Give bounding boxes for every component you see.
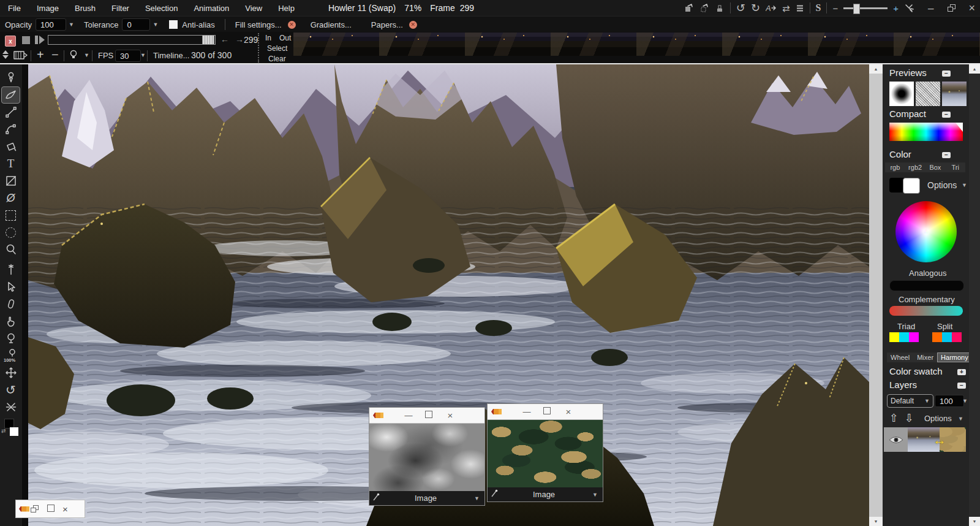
texture-window-close[interactable]: × — [441, 410, 459, 421]
triad-swatch-1[interactable] — [889, 332, 899, 342]
picker-icon[interactable] — [491, 489, 498, 500]
texture-source-select[interactable]: Image — [380, 494, 472, 503]
scroll-down-icon[interactable]: ▼ — [869, 517, 883, 526]
scroll-up-icon[interactable]: ▲ — [869, 64, 883, 74]
menu-selection[interactable]: Selection — [137, 4, 186, 13]
tolerance-dropdown-icon[interactable]: ▼ — [153, 21, 158, 28]
minimize-button[interactable]: – — [928, 3, 933, 13]
opacity-value[interactable]: 100 — [36, 18, 66, 31]
rect-select-tool-icon[interactable] — [2, 207, 20, 223]
tab-rgb[interactable]: rgb — [885, 162, 905, 172]
stop-button[interactable] — [22, 36, 30, 44]
remove-frame-button[interactable]: − — [51, 48, 59, 62]
tab-tri[interactable]: Tri — [945, 162, 965, 172]
color-options-dropdown-icon[interactable]: ▼ — [962, 182, 967, 188]
layer-swap-arrow-icon[interactable]: ↔ — [933, 432, 946, 448]
fill-tool-icon[interactable] — [2, 139, 20, 154]
zoom-100-tool-icon[interactable]: 100% — [2, 348, 20, 364]
texture-preview-clouds[interactable] — [369, 424, 484, 491]
menu-animation[interactable]: Animation — [186, 4, 237, 13]
add-frame-button[interactable]: + — [37, 48, 44, 62]
grab-frame-icon[interactable] — [684, 3, 694, 13]
close-button[interactable]: × — [968, 2, 975, 13]
list-icon[interactable] — [796, 4, 804, 12]
in-button[interactable]: In — [265, 34, 271, 42]
triad-swatch-3[interactable] — [909, 332, 919, 342]
menu-filter[interactable]: Filter — [104, 4, 137, 13]
clear-button[interactable]: Clear — [268, 55, 286, 63]
light-dropdown-icon[interactable]: ▼ — [84, 52, 89, 58]
zoom-slider-thumb[interactable] — [853, 4, 860, 14]
zoom-out-icon[interactable]: − — [832, 4, 838, 13]
split-swatch-1[interactable] — [932, 332, 942, 342]
minimized-restore-button[interactable] — [31, 505, 39, 513]
fill-settings-badge-icon[interactable]: ✕ — [288, 21, 296, 29]
texture-window-minimize[interactable]: — — [399, 411, 418, 420]
texture-preview-camo[interactable] — [488, 420, 603, 487]
swap-colors-icon[interactable]: ⇄ — [1, 428, 6, 434]
camo-window-maximize[interactable] — [543, 407, 551, 416]
fps-value[interactable]: 30 — [115, 50, 141, 62]
menu-file[interactable]: File — [0, 4, 29, 13]
tab-mixer[interactable]: Mixer — [913, 353, 937, 362]
panel-vscrollbar[interactable]: ▲ ▼ — [969, 64, 980, 526]
layers-collapse-button[interactable]: − — [957, 383, 966, 389]
picker-tool-icon[interactable] — [2, 69, 20, 85]
finger-tool-icon[interactable] — [2, 313, 20, 329]
texture-window-maximize[interactable] — [425, 411, 432, 420]
null-ellipse-tool-icon[interactable]: Ø — [2, 190, 20, 206]
opacity-dropdown-icon[interactable]: ▼ — [69, 21, 74, 28]
analogous-strip[interactable] — [889, 280, 964, 291]
minimized-window[interactable]: × — [15, 500, 85, 518]
menu-image[interactable]: Image — [29, 4, 67, 13]
layer-down-button[interactable]: ⇩ — [905, 411, 914, 425]
current-background-swatch[interactable] — [903, 178, 920, 194]
text-animation-icon[interactable]: A — [766, 4, 777, 12]
antialias-checkbox[interactable] — [169, 20, 178, 29]
texture-window[interactable]: — × Image ▼ — [369, 407, 485, 506]
camo-source-select[interactable]: Image — [498, 490, 590, 499]
compact-collapse-button[interactable]: − — [942, 112, 951, 118]
papers-badge-icon[interactable]: ✕ — [409, 21, 417, 29]
menu-help[interactable]: Help — [270, 4, 303, 13]
color-wheel[interactable] — [895, 201, 957, 262]
menu-brush[interactable]: Brush — [67, 4, 104, 13]
camo-window-close[interactable]: × — [559, 406, 578, 417]
text-tool-icon[interactable]: T — [2, 156, 20, 172]
compact-picker-marker[interactable] — [956, 123, 963, 132]
minimized-maximize-button[interactable] — [47, 505, 55, 514]
zoom-tool-icon[interactable] — [2, 330, 20, 346]
brush-tool-icon[interactable] — [1, 86, 20, 104]
canvas-vscrollbar[interactable]: ▲ ▼ — [869, 64, 883, 526]
expand-collapse-icon[interactable] — [2, 50, 9, 59]
out-button[interactable]: Out — [279, 34, 291, 42]
pointer-tool-icon[interactable] — [2, 279, 20, 295]
texture-source-dropdown-icon[interactable]: ▼ — [474, 495, 480, 501]
play-button[interactable] — [35, 36, 45, 44]
texture-window-titlebar[interactable]: — × — [369, 408, 484, 424]
grab-stamp-icon[interactable] — [715, 3, 725, 13]
next-frame-icon[interactable]: → — [235, 34, 244, 44]
scroll-up-icon[interactable]: ▲ — [969, 64, 980, 74]
minimized-close-button[interactable]: × — [62, 504, 68, 514]
menu-view[interactable]: View — [237, 4, 270, 13]
split-swatch-2[interactable] — [942, 332, 952, 342]
shuffle-icon[interactable]: ⇄ — [782, 4, 790, 13]
gradients-button[interactable]: Gradients... — [311, 20, 352, 29]
curve-tool-icon[interactable] — [2, 121, 20, 137]
undo-tool-icon[interactable]: ↺ — [2, 382, 20, 398]
layer-blend-mode-select[interactable]: Default ▼ — [887, 394, 933, 408]
roller-tool-icon[interactable] — [2, 296, 20, 312]
undo-icon[interactable]: ↺ — [736, 2, 745, 13]
tolerance-value[interactable]: 0 — [122, 18, 150, 31]
move-tool-icon[interactable] — [2, 365, 20, 381]
frame-scrubber-thumb[interactable] — [202, 35, 214, 45]
layers-options-dropdown-icon[interactable]: ▼ — [958, 416, 963, 422]
script-icon[interactable]: S — [816, 3, 821, 13]
camo-window-titlebar[interactable]: — × — [488, 404, 603, 420]
image-preview[interactable] — [942, 82, 967, 106]
timeline-close-button[interactable]: x — [5, 36, 16, 47]
picker-icon[interactable] — [372, 493, 380, 503]
layer-opacity-value[interactable]: 100 — [935, 395, 964, 407]
pan-pin-tool-icon[interactable] — [2, 262, 20, 278]
